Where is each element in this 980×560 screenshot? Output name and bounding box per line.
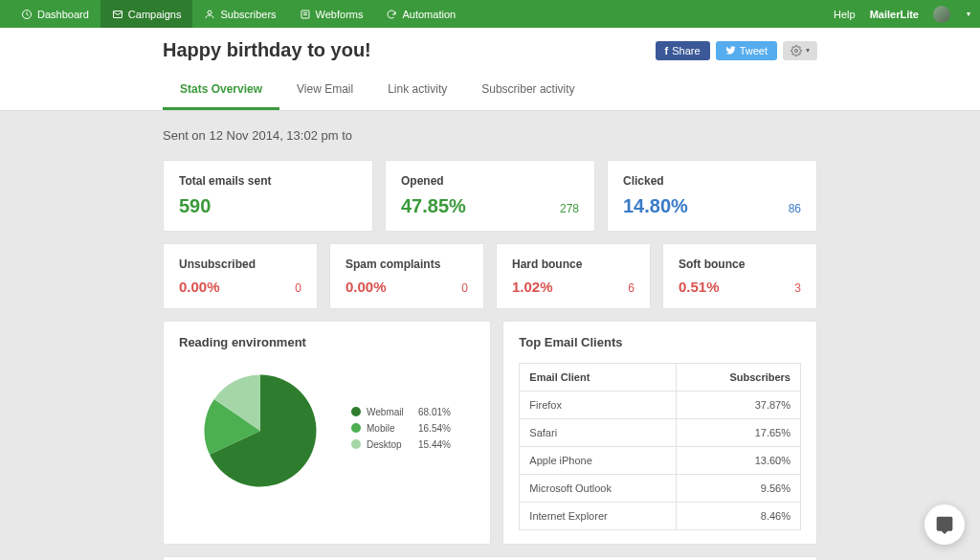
stat-card: Soft bounce 0.51% 3 xyxy=(662,243,817,309)
chevron-down-icon: ▾ xyxy=(806,46,810,55)
card-value: 590 xyxy=(179,195,211,217)
summary-card: Clicked 14.80% 86 xyxy=(607,160,817,232)
legend-label: Mobile xyxy=(367,423,412,434)
client-pct: 17.65% xyxy=(677,419,801,447)
user-icon xyxy=(204,9,215,20)
nav-automation[interactable]: Automation xyxy=(374,0,467,28)
legend-pct: 16.54% xyxy=(418,423,451,434)
nav-label: Automation xyxy=(402,9,456,20)
share-label: Share xyxy=(672,45,700,56)
client-name: Internet Explorer xyxy=(520,503,677,530)
legend-dot xyxy=(351,423,361,433)
table-row: Apple iPhone13.60% xyxy=(520,447,801,475)
brand-label: MailerLite xyxy=(870,9,919,20)
chat-icon xyxy=(935,515,954,534)
card-count: 6 xyxy=(628,281,635,295)
table-header-client: Email Client xyxy=(520,364,677,392)
nav-label: Dashboard xyxy=(37,9,89,20)
nav-left: Dashboard Campaigns Subscribers Webforms… xyxy=(10,0,467,28)
nav-dashboard[interactable]: Dashboard xyxy=(10,0,100,28)
card-value: 0.00% xyxy=(345,279,387,295)
card-count: 0 xyxy=(461,281,468,295)
client-name: Safari xyxy=(520,419,677,447)
legend-label: Desktop xyxy=(367,439,412,450)
table-row: Firefox37.87% xyxy=(520,392,801,419)
card-count: 3 xyxy=(794,281,801,295)
card-label: Unsubscribed xyxy=(179,258,301,271)
gear-icon xyxy=(791,45,802,56)
help-link[interactable]: Help xyxy=(834,9,856,20)
card-label: Hard bounce xyxy=(512,258,635,271)
client-pct: 8.46% xyxy=(677,503,801,530)
client-name: Firefox xyxy=(520,392,677,419)
svg-point-2 xyxy=(208,11,212,14)
nav-webforms[interactable]: Webforms xyxy=(288,0,375,28)
card-value: 1.02% xyxy=(512,279,553,295)
nav-subscribers[interactable]: Subscribers xyxy=(192,0,287,28)
legend-label: Webmail xyxy=(367,407,412,417)
link-activity-panel: Link activity View all activity Top Link… xyxy=(163,556,817,560)
stat-card: Unsubscribed 0.00% 0 xyxy=(163,243,318,309)
legend-item: Webmail 68.01% xyxy=(351,407,451,417)
main-content: Sent on 12 Nov 2014, 13:02 pm to Total e… xyxy=(155,111,825,560)
nav-label: Campaigns xyxy=(128,9,182,20)
table-row: Microsoft Outlook9.56% xyxy=(520,475,801,503)
client-name: Apple iPhone xyxy=(520,447,677,475)
tab-link-activity[interactable]: Link activity xyxy=(370,73,464,110)
card-value: 0.51% xyxy=(679,279,720,295)
summary-card: Opened 47.85% 278 xyxy=(385,160,595,232)
settings-button[interactable]: ▾ xyxy=(783,41,817,60)
client-pct: 13.60% xyxy=(677,447,801,475)
client-pct: 37.87% xyxy=(677,392,801,419)
top-email-clients-panel: Top Email Clients Email Client Subscribe… xyxy=(502,321,817,545)
pie-legend: Webmail 68.01% Mobile 16.54% Desktop 15.… xyxy=(351,407,451,456)
link-activity-row: Link activity View all activity Top Link… xyxy=(163,556,817,560)
svg-point-4 xyxy=(795,49,798,52)
header-bar: Happy birthday to you! f Share Tweet ▾ S… xyxy=(0,28,980,111)
nav-label: Webforms xyxy=(316,9,364,20)
tab-subscriber-activity[interactable]: Subscriber activity xyxy=(464,73,591,110)
card-label: Opened xyxy=(401,174,579,188)
card-value: 0.00% xyxy=(179,279,220,295)
sent-timestamp: Sent on 12 Nov 2014, 13:02 pm to xyxy=(163,128,817,143)
nav-campaigns[interactable]: Campaigns xyxy=(100,0,193,28)
table-row: Internet Explorer8.46% xyxy=(520,503,801,530)
chevron-down-icon[interactable]: ▾ xyxy=(967,10,970,18)
tab-view-email[interactable]: View Email xyxy=(279,73,370,110)
clock-icon xyxy=(21,9,33,20)
card-value: 47.85% xyxy=(401,195,466,217)
table-header-subscribers: Subscribers xyxy=(677,364,801,392)
share-facebook-button[interactable]: f Share xyxy=(656,41,710,60)
page-title: Happy birthday to you! xyxy=(163,39,371,61)
tweet-button[interactable]: Tweet xyxy=(716,41,777,60)
panel-title: Reading environment xyxy=(179,335,475,349)
summary-row: Total emails sent 590 Opened 47.85% 278 … xyxy=(163,160,817,232)
twitter-icon xyxy=(725,45,736,56)
stat-card: Hard bounce 1.02% 6 xyxy=(496,243,651,309)
panel-title: Top Email Clients xyxy=(519,335,801,349)
nav-label: Subscribers xyxy=(220,9,276,20)
card-label: Soft bounce xyxy=(679,258,801,271)
chat-widget-button[interactable] xyxy=(924,504,965,545)
tab-stats-overview[interactable]: Stats Overview xyxy=(163,73,279,110)
legend-pct: 68.01% xyxy=(418,407,451,417)
stat-card: Spam complaints 0.00% 0 xyxy=(329,243,484,309)
summary-card: Total emails sent 590 xyxy=(163,160,373,232)
panels-row: Reading environment Webmail 68.01% Mobil… xyxy=(163,321,817,545)
card-count: 0 xyxy=(295,281,301,295)
legend-item: Desktop 15.44% xyxy=(351,439,451,450)
top-navigation: Dashboard Campaigns Subscribers Webforms… xyxy=(0,0,980,28)
client-pct: 9.56% xyxy=(677,475,801,503)
refresh-icon xyxy=(386,9,397,20)
legend-dot xyxy=(351,407,361,416)
card-label: Total emails sent xyxy=(179,174,357,188)
email-clients-table: Email Client Subscribers Firefox37.87%Sa… xyxy=(519,363,801,530)
share-buttons: f Share Tweet ▾ xyxy=(656,41,817,60)
legend-pct: 15.44% xyxy=(418,439,451,450)
form-icon xyxy=(300,9,311,20)
secondary-row: Unsubscribed 0.00% 0 Spam complaints 0.0… xyxy=(163,243,817,309)
avatar[interactable] xyxy=(933,6,950,23)
nav-right: Help MailerLite ▾ xyxy=(834,6,970,23)
legend-dot xyxy=(351,439,361,449)
client-name: Microsoft Outlook xyxy=(520,475,677,503)
